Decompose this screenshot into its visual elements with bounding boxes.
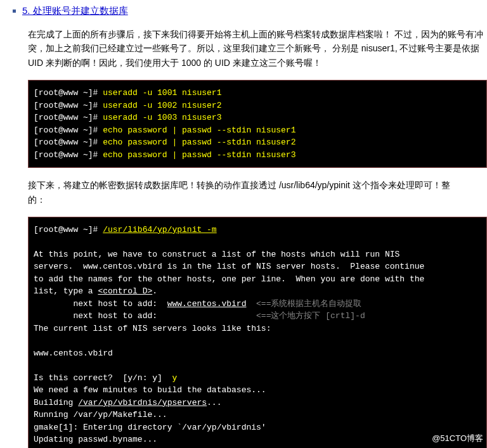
output-line: www.centos.vbird bbox=[34, 349, 113, 358]
output-line: gmake[1]: Entering directory `/var/yp/vb… bbox=[34, 423, 266, 432]
output-line: to add the names for the other hosts, on… bbox=[34, 274, 424, 284]
command: useradd -u 1003 nisuser3 bbox=[103, 113, 221, 122]
paragraph-2: 接下来，将建立的帐密数据转成数据库吧！转换的动作直接透过 /usr/lib64/… bbox=[28, 178, 487, 207]
output-line: servers. www.centos.vbird is in the list… bbox=[34, 262, 424, 271]
code-block-1: [root@www ~]# useradd -u 1001 nisuser1 [… bbox=[28, 80, 487, 168]
output-line: next host to add: bbox=[34, 311, 256, 321]
command: useradd -u 1001 nisuser1 bbox=[103, 88, 221, 98]
bullet-icon bbox=[13, 10, 16, 13]
annotation: <==这个地方按下 [crtl]-d bbox=[256, 311, 365, 321]
prompt: [root@www ~]# bbox=[34, 138, 103, 147]
key-hint: <control D> bbox=[98, 286, 152, 296]
text: 的： bbox=[28, 195, 46, 205]
output-line: We need a few minutes to build the datab… bbox=[34, 385, 266, 395]
output-line: At this point, we have to construct a li… bbox=[34, 250, 399, 259]
output-line: . bbox=[152, 286, 157, 296]
path-text: /usr/lib64/yp/ypinit bbox=[279, 180, 350, 190]
command: echo password | passwd --stdin nisuser3 bbox=[103, 150, 295, 160]
output-line: Building bbox=[34, 398, 78, 407]
prompt: [root@www ~]# bbox=[34, 150, 103, 160]
annotation: <==系统根据主机名自动捉取 bbox=[246, 299, 361, 309]
output-line: Updating passwd.byname... bbox=[34, 435, 157, 444]
path-link: /var/yp/vbirdnis/ypservers bbox=[78, 398, 207, 407]
output-line: next host to add: bbox=[34, 299, 167, 309]
prompt: [root@www ~]# bbox=[34, 101, 103, 110]
code-block-2: [root@www ~]# /usr/lib64/yp/ypinit -m At… bbox=[28, 217, 487, 448]
prompt: [root@www ~]# bbox=[34, 225, 103, 234]
output-line: Running /var/yp/Makefile... bbox=[34, 410, 167, 419]
text: 这个指令来处理即可！整 bbox=[350, 180, 450, 190]
command-link: /usr/lib64/yp/ypinit -m bbox=[103, 225, 216, 234]
command: useradd -u 1002 nisuser2 bbox=[103, 101, 221, 110]
user-input: y bbox=[172, 373, 177, 383]
output-line: The current list of NIS servers looks li… bbox=[34, 324, 271, 333]
output-line: Is this correct? [y/n: y] bbox=[34, 373, 172, 383]
prompt: [root@www ~]# bbox=[34, 125, 103, 135]
hostname: www.centos.vbird bbox=[167, 299, 247, 309]
output-line: ... bbox=[207, 398, 221, 407]
section-heading-link[interactable]: 5. 处理账号并建立数据库 bbox=[22, 5, 128, 17]
content-area: 5. 处理账号并建立数据库 在完成了上面的所有步骤后，接下来我们得要开始将主机上… bbox=[0, 5, 487, 448]
prompt: [root@www ~]# bbox=[34, 88, 103, 98]
command: echo password | passwd --stdin nisuser1 bbox=[103, 125, 295, 135]
paragraph-1: 在完成了上面的所有步骤后，接下来我们得要开始将主机上面的账号档案转成数据库档案啦… bbox=[28, 27, 487, 70]
command: echo password | passwd --stdin nisuser2 bbox=[103, 138, 295, 147]
watermark: @51CTO博客 bbox=[432, 433, 483, 444]
heading-row: 5. 处理账号并建立数据库 bbox=[13, 5, 487, 17]
prompt: [root@www ~]# bbox=[34, 113, 103, 122]
output-line: list, type a bbox=[34, 286, 98, 296]
text: 接下来，将建立的帐密数据转成数据库吧！转换的动作直接透过 bbox=[28, 180, 279, 190]
